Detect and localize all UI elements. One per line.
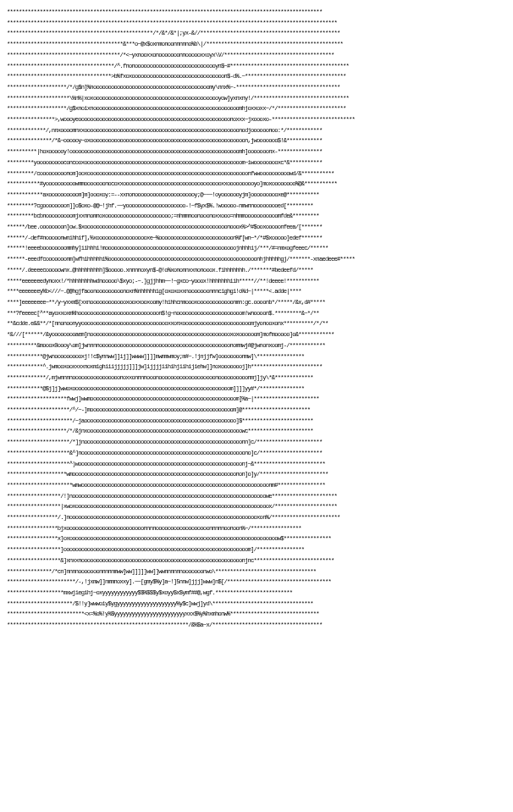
ascii-art-block: ****************************************… [7, 7, 513, 631]
